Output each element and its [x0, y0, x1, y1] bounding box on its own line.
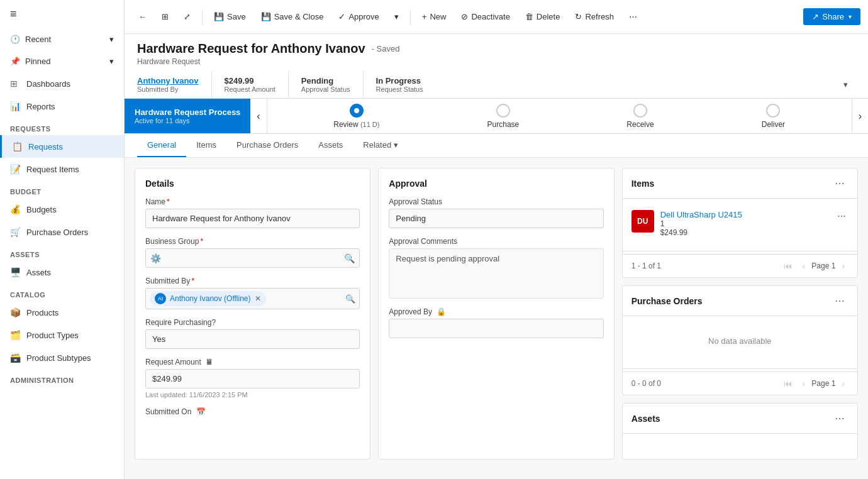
sidebar-item-budgets[interactable]: 💰 Budgets	[0, 198, 124, 221]
request-status-label: Request Status	[376, 85, 423, 93]
next-icon: ›	[859, 111, 862, 121]
status-expand-button[interactable]: ▾	[836, 71, 855, 98]
submitted-by-value[interactable]: Anthony Ivanov	[137, 76, 199, 85]
sidebar-item-assets[interactable]: 🖥️ Assets	[0, 261, 124, 284]
item-more-button[interactable]: ⋯	[835, 210, 849, 223]
expand-button[interactable]: ⤢	[177, 8, 197, 25]
budgets-icon: 💰	[10, 204, 20, 214]
approval-status-label: Approval Status	[301, 85, 350, 93]
name-input[interactable]	[145, 209, 360, 228]
require-purchasing-label: Require Purchasing?	[145, 318, 360, 327]
save-close-button[interactable]: 💾 Save & Close	[255, 8, 330, 25]
sidebar-item-recent[interactable]: 🕐 Recent ▾	[0, 28, 124, 50]
process-next-button[interactable]: ›	[852, 99, 868, 133]
share-button[interactable]: ↗ Share ▾	[803, 8, 860, 25]
approve-dropdown-button[interactable]: ▾	[388, 8, 405, 25]
submitted-by-input-container: AI Anthony Ivanov (Offline) ✕ 🔍	[145, 288, 360, 309]
sidebar-section-assets: Assets	[0, 243, 124, 261]
item-name[interactable]: Dell UltraSharp U2415	[660, 210, 828, 219]
step-purchase-label: Purchase	[487, 120, 520, 129]
assets-more-button[interactable]: ⋯	[831, 411, 849, 426]
request-amount-meta: $249.99 Request Amount	[211, 71, 288, 98]
sidebar-item-dashboards[interactable]: ⊞ Dashboards	[0, 72, 124, 95]
delete-button[interactable]: 🗑 Delete	[519, 8, 567, 25]
back-button[interactable]: ←	[132, 8, 153, 25]
items-next-page-button[interactable]: ›	[838, 260, 849, 272]
po-next-page-button[interactable]: ›	[838, 377, 849, 390]
request-amount-calc-icon[interactable]: 🖩	[206, 358, 213, 366]
tab-related[interactable]: Related ▾	[353, 134, 408, 157]
request-amount-input[interactable]	[145, 369, 360, 388]
po-first-page-button[interactable]: ⏮	[780, 377, 796, 390]
sidebar-item-request-items[interactable]: 📝 Request Items	[0, 158, 124, 180]
sidebar-section-budget: Budget	[0, 180, 124, 198]
items-panel-title: Items	[632, 179, 655, 189]
sidebar-item-product-types[interactable]: 🗂️ Product Types	[0, 324, 124, 346]
sidebar-item-product-subtypes[interactable]: 🗃️ Product Subtypes	[0, 346, 124, 369]
purchase-orders-pagination: ⏮ ‹ Page 1 ›	[780, 377, 849, 390]
po-prev-page-button[interactable]: ‹	[799, 377, 810, 390]
sidebar-item-purchase-orders[interactable]: 🛒 Purchase Orders	[0, 221, 124, 243]
tabs: General Items Purchase Orders Assets Rel…	[125, 134, 868, 158]
approve-button[interactable]: ✓ Approve	[332, 8, 385, 25]
refresh-button[interactable]: ↻ Refresh	[569, 8, 620, 25]
save-button[interactable]: 💾 Save	[208, 8, 252, 25]
more-button[interactable]: ⋯	[623, 8, 643, 25]
stage-active-label: Active for 11 days	[135, 117, 240, 124]
share-icon: ↗	[812, 12, 819, 21]
approval-title: Approval	[389, 179, 603, 189]
sidebar-item-requests[interactable]: 📋 Requests	[0, 135, 124, 158]
business-group-lookup-icon: ⚙️	[150, 253, 161, 263]
step-review[interactable]: Review (11 D)	[333, 104, 379, 129]
purchase-orders-panel: Purchase Orders ⋯ No data available 0 - …	[622, 285, 858, 395]
share-dropdown-icon: ▾	[849, 13, 852, 20]
recent-icon: 🕐	[10, 35, 20, 44]
submitted-by-search-icon[interactable]: 🔍	[345, 294, 355, 304]
approved-by-field: Approved By 🔒	[389, 307, 603, 338]
items-pagination: ⏮ ‹ Page 1 ›	[780, 260, 849, 272]
tab-purchase-orders[interactable]: Purchase Orders	[226, 134, 308, 157]
sidebar-item-products[interactable]: 📦 Products	[0, 301, 124, 324]
require-purchasing-input[interactable]	[145, 329, 360, 349]
business-group-input[interactable]	[145, 248, 360, 268]
sidebar-section-administration: Administration	[0, 369, 124, 387]
submitted-on-calendar-icon[interactable]: 📅	[196, 407, 206, 416]
approval-comments-label: Approval Comments	[389, 237, 603, 246]
expand-icon: ⤢	[184, 12, 191, 21]
tab-assets[interactable]: Assets	[308, 134, 353, 157]
purchase-orders-icon: 🛒	[10, 227, 20, 237]
business-group-search-icon[interactable]: 🔍	[344, 253, 355, 263]
item-row: DU Dell UltraSharp U2415 1 $249.99 ⋯	[632, 206, 849, 241]
sidebar-menu-toggle[interactable]: ≡	[0, 0, 124, 28]
approved-by-input[interactable]	[389, 319, 603, 338]
grid-view-button[interactable]: ⊞	[155, 8, 175, 25]
business-group-input-container: ⚙️ 🔍	[145, 248, 360, 268]
step-deliver[interactable]: Deliver	[762, 104, 785, 129]
new-button[interactable]: + New	[416, 8, 453, 25]
expand-chevron-icon: ▾	[843, 80, 848, 89]
deactivate-button[interactable]: ⊘ Deactivate	[455, 8, 516, 25]
items-more-button[interactable]: ⋯	[831, 176, 849, 190]
last-updated: Last updated: 11/6/2023 2:15 PM	[145, 391, 360, 399]
items-first-page-button[interactable]: ⏮	[780, 260, 796, 272]
process-prev-button[interactable]: ‹	[250, 99, 267, 133]
save-close-icon: 💾	[261, 12, 271, 21]
step-receive[interactable]: Receive	[626, 104, 654, 129]
sidebar-item-reports[interactable]: 📊 Reports	[0, 95, 124, 118]
sidebar-item-pinned[interactable]: 📌 Pinned ▾	[0, 50, 124, 72]
approved-by-label: Approved By 🔒	[389, 307, 603, 316]
item-avatar: DU	[632, 210, 654, 233]
tab-items[interactable]: Items	[186, 134, 226, 157]
step-purchase[interactable]: Purchase	[487, 104, 520, 129]
submitted-by-user: Anthony Ivanov (Offline)	[170, 294, 251, 303]
step-deliver-label: Deliver	[762, 120, 785, 129]
step-review-label: Review (11 D)	[333, 120, 379, 129]
purchase-orders-more-button[interactable]: ⋯	[831, 294, 849, 308]
request-status-meta: In Progress Request Status	[363, 71, 436, 98]
submitted-by-label: Submitted By	[137, 85, 199, 93]
tab-general[interactable]: General	[137, 134, 186, 157]
items-prev-page-button[interactable]: ‹	[799, 260, 810, 272]
remove-submitted-by-button[interactable]: ✕	[255, 294, 261, 303]
approval-status-input[interactable]	[389, 209, 603, 228]
step-purchase-circle	[496, 104, 510, 118]
